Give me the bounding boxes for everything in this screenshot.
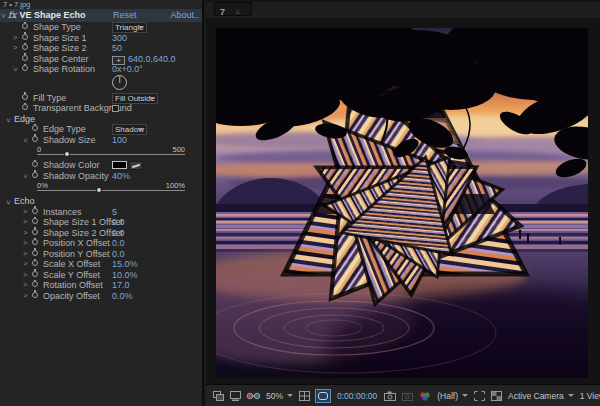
slider-handle[interactable] <box>64 151 70 157</box>
stopwatch-icon[interactable] <box>22 104 28 110</box>
disclosure-icon[interactable]: > <box>13 43 17 54</box>
slider-max-label: 500 <box>172 145 185 154</box>
disclosure-icon[interactable]: > <box>23 249 27 260</box>
property-unit: % <box>125 291 133 301</box>
disclosure-icon[interactable]: > <box>23 238 27 249</box>
color-swatch[interactable] <box>112 161 127 169</box>
property-label: Shape Size 1 <box>33 33 87 44</box>
stopwatch-icon[interactable] <box>22 34 28 40</box>
stopwatch-icon[interactable] <box>32 292 38 298</box>
disclosure-icon[interactable]: > <box>23 217 27 228</box>
transparent-background-checkbox[interactable] <box>112 105 119 112</box>
stopwatch-icon[interactable] <box>32 260 38 266</box>
property-row-edge-type: Edge Type Shadow <box>0 124 202 135</box>
stopwatch-icon[interactable] <box>32 161 38 167</box>
camera-view-dropdown[interactable]: Active Camera <box>508 391 574 401</box>
resolution-dropdown[interactable]: (Half) <box>437 391 468 401</box>
reset-button[interactable]: Reset <box>113 9 137 22</box>
property-value[interactable]: 300 <box>112 33 127 44</box>
echo-group-row[interactable]: > Echo <box>0 196 202 207</box>
composition-tab-label: 7 <box>220 7 225 17</box>
property-label: Opacity Offset <box>43 291 100 302</box>
stopwatch-icon[interactable] <box>32 208 38 214</box>
stopwatch-icon[interactable] <box>32 125 38 131</box>
property-value[interactable]: 0.0 <box>112 238 125 248</box>
property-value[interactable]: 0.0 <box>112 217 125 227</box>
property-value[interactable]: 0.0 <box>112 249 125 259</box>
show-snapshot-icon[interactable] <box>401 390 414 402</box>
disclosure-icon[interactable]: > <box>23 270 27 281</box>
stopwatch-icon[interactable] <box>22 55 28 61</box>
always-preview-icon[interactable] <box>212 390 225 402</box>
panel-menu-icon[interactable]: ≡ <box>235 8 240 17</box>
stopwatch-icon[interactable] <box>32 281 38 287</box>
disclosure-icon[interactable]: > <box>23 259 27 270</box>
about-button[interactable]: About.. <box>170 9 199 22</box>
disclosure-icon[interactable]: > <box>0 12 10 19</box>
effect-controls-tab[interactable]: 7 • 7.jpg <box>0 0 202 9</box>
chevron-down-icon <box>568 394 574 397</box>
view-layout-dropdown[interactable]: 1 View <box>580 391 600 401</box>
slider-track[interactable] <box>37 190 185 191</box>
disclosure-icon[interactable]: > <box>23 291 27 302</box>
magnification-dropdown[interactable]: 50% <box>266 391 293 401</box>
shape-type-dropdown[interactable]: Triangle <box>112 22 147 33</box>
stopwatch-icon[interactable] <box>32 136 38 142</box>
chevron-down-icon <box>287 394 293 397</box>
stereo-glasses-icon[interactable] <box>246 390 261 402</box>
grid-guides-icon[interactable] <box>298 390 311 402</box>
stopwatch-icon[interactable] <box>32 172 38 178</box>
property-value[interactable]: 5 <box>112 207 117 217</box>
edge-group-row[interactable]: > Edge <box>0 114 202 125</box>
transparency-grid-icon[interactable] <box>490 390 503 402</box>
property-value[interactable]: 0.0 <box>112 228 125 238</box>
property-value[interactable]: 0x+0.0° <box>112 64 143 75</box>
stopwatch-icon[interactable] <box>22 65 28 71</box>
disclosure-icon[interactable]: > <box>23 228 27 239</box>
disclosure-icon[interactable]: > <box>13 33 17 44</box>
property-value[interactable]: 50 <box>112 43 122 54</box>
stopwatch-icon[interactable] <box>22 44 28 50</box>
disclosure-icon[interactable]: > <box>20 138 31 142</box>
property-label: Shape Size 2 <box>33 43 87 54</box>
property-label: Shape Size 2 Offset <box>43 228 123 239</box>
slider-track[interactable] <box>37 154 185 155</box>
disclosure-icon[interactable]: > <box>2 116 13 123</box>
property-row-shadow-opacity: > Shadow Opacity 40% <box>0 171 202 182</box>
disclosure-icon[interactable]: > <box>23 280 27 291</box>
region-of-interest-icon[interactable] <box>473 390 486 402</box>
property-value[interactable]: 640.0,640.0 <box>128 54 176 64</box>
composition-tab[interactable]: 7 ≡ <box>214 2 252 16</box>
stopwatch-icon[interactable] <box>32 250 38 256</box>
property-label: Shape Rotation <box>33 64 95 75</box>
mask-visibility-icon[interactable] <box>315 389 331 403</box>
disclosure-icon[interactable]: > <box>20 174 31 178</box>
monitor-icon[interactable] <box>229 390 242 402</box>
disclosure-icon[interactable]: > <box>10 67 21 71</box>
stopwatch-icon[interactable] <box>22 23 28 29</box>
slider-handle[interactable] <box>96 187 102 193</box>
edge-type-dropdown[interactable]: Shadow <box>112 124 147 135</box>
property-value[interactable]: 100 <box>112 135 127 146</box>
stopwatch-icon[interactable] <box>32 218 38 224</box>
property-value[interactable]: 17.0 <box>112 280 130 290</box>
property-value[interactable]: 0.0 <box>112 291 125 301</box>
property-label: Position Y Offset <box>43 249 110 260</box>
property-value[interactable]: 15.0 <box>112 259 130 269</box>
stopwatch-icon[interactable] <box>22 94 28 100</box>
channels-rgb-icon[interactable] <box>418 390 432 402</box>
disclosure-icon[interactable]: > <box>23 207 27 218</box>
property-value[interactable]: 10.0 <box>112 270 130 280</box>
rotation-dial-icon[interactable] <box>112 75 127 90</box>
timecode[interactable]: 0:00:00:00 <box>337 391 377 401</box>
disclosure-icon[interactable]: > <box>2 199 13 206</box>
fill-type-dropdown[interactable]: Fill Outside <box>112 93 158 104</box>
eyedropper-icon[interactable] <box>129 161 143 170</box>
stopwatch-icon[interactable] <box>32 229 38 235</box>
property-value[interactable]: 40 <box>112 171 122 181</box>
effect-header-row[interactable]: >fxVE Shape Echo Reset About.. <box>0 9 202 22</box>
composition-panel: 7 ≡ <box>206 0 600 406</box>
stopwatch-icon[interactable] <box>32 271 38 277</box>
snapshot-camera-icon[interactable] <box>383 390 397 402</box>
stopwatch-icon[interactable] <box>32 239 38 245</box>
